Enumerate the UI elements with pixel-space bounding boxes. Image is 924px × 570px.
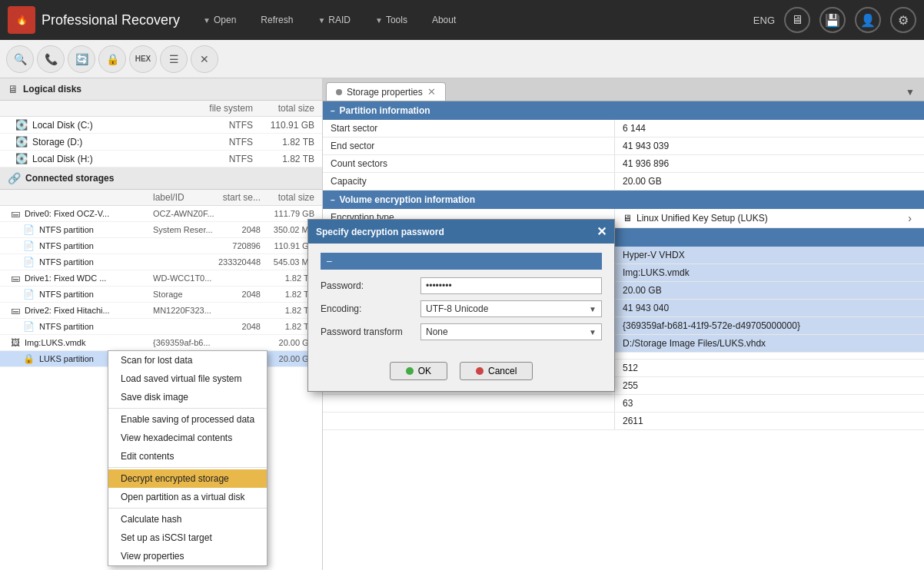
context-menu: Scan for lost data Load saved virtual fi… xyxy=(108,350,268,566)
luks-img-icon: 🖼 xyxy=(11,337,20,348)
toolbar: 🔍 📞 🔄 🔒 HEX ☰ ✕ xyxy=(0,40,924,78)
refresh-btn[interactable]: 🔄 xyxy=(68,45,95,73)
ctx-sep-1 xyxy=(108,408,267,409)
user-icon[interactable]: 👤 xyxy=(855,7,881,33)
storage-drive0[interactable]: 🖴 Drive0: Fixed OCZ-V... OCZ-AWNZ0F... 1… xyxy=(0,206,322,222)
hex-btn[interactable]: HEX xyxy=(129,45,157,73)
titlebar: 🔥 Professional Recovery ▼ Open Refresh ▼… xyxy=(0,0,924,40)
disk-item-c[interactable]: 💽 Local Disk (C:) NTFS 110.91 GB xyxy=(0,117,322,134)
menu-raid[interactable]: ▼ RAID xyxy=(308,10,360,30)
dialog-transform-select[interactable]: None ▼ xyxy=(420,323,602,340)
ntfs1-icon: 📄 xyxy=(23,224,35,235)
storage-ntfs-1[interactable]: 📄 NTFS partition System Reser... 2048 35… xyxy=(0,222,322,238)
dialog-ok-btn[interactable]: OK xyxy=(390,362,447,380)
disk-icon-h: 💽 xyxy=(15,153,28,164)
storage-ntfs-4[interactable]: 📄 NTFS partition Storage 2048 1.82 TB xyxy=(0,287,322,303)
storage-ntfs-2[interactable]: 📄 NTFS partition 720896 110.91 GB xyxy=(0,238,322,254)
ctx-view-properties[interactable]: View properties xyxy=(108,547,267,565)
ntfs4-icon: 📄 xyxy=(23,289,35,300)
ntfs2-icon: 📄 xyxy=(23,240,35,251)
tab-bar: Storage properties ✕ ▼ xyxy=(323,78,924,101)
ntfs5-icon: 📄 xyxy=(23,321,35,332)
lock-btn[interactable]: 🔒 xyxy=(98,45,126,73)
vol-enc-header: – Volume encryption information xyxy=(323,191,924,209)
disk-item-d[interactable]: 💽 Storage (D:) NTFS 1.82 TB xyxy=(0,134,322,151)
ntfs3-icon: 📄 xyxy=(23,257,35,267)
ctx-enable-saving[interactable]: Enable saving of processed data xyxy=(108,410,267,429)
search-btn[interactable]: 🔍 xyxy=(6,45,34,73)
ok-dot-icon xyxy=(406,367,414,375)
tab-close-btn[interactable]: ✕ xyxy=(427,86,436,98)
dialog-title: Specify decryption password xyxy=(316,227,444,237)
ctx-decrypt-storage[interactable]: Decrypt encrypted storage xyxy=(108,469,267,488)
encoding-select-arrow: ▼ xyxy=(589,305,597,313)
prop-storage-63: 63 xyxy=(323,395,924,413)
dialog-body: – Password: Encoding: UTF-8 Unicode ▼ Pa… xyxy=(308,244,614,356)
menu-tools[interactable]: ▼ Tools xyxy=(366,10,417,30)
enc-type-value: Linux Unified Key Setup (LUKS) xyxy=(636,213,768,224)
ctx-scan-lost-data[interactable]: Scan for lost data xyxy=(108,351,267,370)
lang-label: ENG xyxy=(753,15,775,26)
dialog-transform-label: Password transform xyxy=(321,326,420,337)
storage-ntfs-3[interactable]: 📄 NTFS partition 233320448 545.03 MB xyxy=(0,254,322,270)
menu-refresh[interactable]: Refresh xyxy=(251,10,302,30)
menu-about[interactable]: About xyxy=(423,10,465,30)
drive2-icon: 🖴 xyxy=(11,305,20,316)
drive1-icon: 🖴 xyxy=(11,273,20,283)
storage-cols: label/ID start se... total size xyxy=(0,190,322,206)
dialog-close-btn[interactable]: ✕ xyxy=(597,224,607,239)
dialog-password-label: Password: xyxy=(321,280,420,291)
connected-storages-title: Connected storages xyxy=(25,173,114,184)
dialog-titlebar: Specify decryption password ✕ xyxy=(308,220,614,244)
ctx-setup-iscsi[interactable]: Set up as iSCSI target xyxy=(108,529,267,547)
ctx-load-vfs[interactable]: Load saved virtual file system xyxy=(108,370,267,388)
list-btn[interactable]: ☰ xyxy=(160,45,188,73)
logical-disks-cols: file system total size xyxy=(0,101,322,117)
storage-ntfs-5[interactable]: 📄 NTFS partition 2048 1.82 TB xyxy=(0,319,322,335)
ctx-sep-2 xyxy=(108,467,267,468)
dialog-footer: OK Cancel xyxy=(308,356,614,391)
menu-open-arrow: ▼ xyxy=(203,16,211,25)
logical-disks-header: 🖥 Logical disks xyxy=(0,78,322,101)
tab-label: Storage properties xyxy=(347,87,423,98)
ctx-edit-contents[interactable]: Edit contents xyxy=(108,447,267,466)
ctx-open-virtual[interactable]: Open partition as a virtual disk xyxy=(108,488,267,506)
phone-btn[interactable]: 📞 xyxy=(37,45,65,73)
ctx-view-hex[interactable]: View hexadecimal contents xyxy=(108,429,267,447)
storage-icon[interactable]: 💾 xyxy=(819,7,846,33)
tab-dot xyxy=(336,89,342,95)
enc-type-expand-btn[interactable]: › xyxy=(903,212,916,224)
menu-open[interactable]: ▼ Open xyxy=(194,10,245,30)
ctx-sep-3 xyxy=(108,508,267,509)
disk-item-h[interactable]: 💽 Local Disk (H:) NTFS 1.82 TB xyxy=(0,151,322,167)
tab-storage-properties[interactable]: Storage properties ✕ xyxy=(326,82,446,101)
storage-drive2[interactable]: 🖴 Drive2: Fixed Hitachi... MN1220F323...… xyxy=(0,303,322,319)
prop-storage-2611: 2611 xyxy=(323,413,924,430)
close-btn[interactable]: ✕ xyxy=(191,45,218,73)
ctx-save-disk-image[interactable]: Save disk image xyxy=(108,388,267,406)
app-logo: 🔥 xyxy=(8,6,35,34)
decrypt-dialog: Specify decryption password ✕ – Password… xyxy=(307,219,615,392)
menu-tools-arrow: ▼ xyxy=(375,16,383,25)
prop-count-sectors: Count sectors 41 936 896 xyxy=(323,155,924,173)
dialog-encoding-label: Encoding: xyxy=(321,303,420,314)
vol-enc-title: Volume encryption information xyxy=(340,194,475,205)
storage-luks-img[interactable]: 🖼 Img:LUKS.vmdk {369359af-b6... 20.00 GB xyxy=(0,335,322,351)
partition-info-title: Partition information xyxy=(340,105,430,116)
tab-scroll-arrow[interactable]: ▼ xyxy=(899,84,921,101)
cancel-dot-icon xyxy=(476,367,484,375)
drive0-icon: 🖴 xyxy=(11,208,20,219)
logo-icon: 🔥 xyxy=(16,15,28,25)
logical-disks-icon: 🖥 xyxy=(8,83,18,95)
disk-icon-d: 💽 xyxy=(15,136,28,147)
dialog-encoding-select[interactable]: UTF-8 Unicode ▼ xyxy=(420,300,602,317)
dialog-section-header: – xyxy=(321,253,602,270)
storage-drive1[interactable]: 🖴 Drive1: Fixed WDC ... WD-WCC1T0... 1.8… xyxy=(0,270,322,287)
dialog-cancel-btn[interactable]: Cancel xyxy=(460,362,533,380)
ctx-calc-hash[interactable]: Calculate hash xyxy=(108,510,267,529)
monitor-icon[interactable]: 🖥 xyxy=(784,7,810,33)
settings-icon[interactable]: ⚙ xyxy=(890,7,916,33)
dialog-password-row: Password: xyxy=(321,277,602,294)
enc-type-icon: 🖥 xyxy=(623,213,632,224)
dialog-password-input[interactable] xyxy=(420,277,602,294)
